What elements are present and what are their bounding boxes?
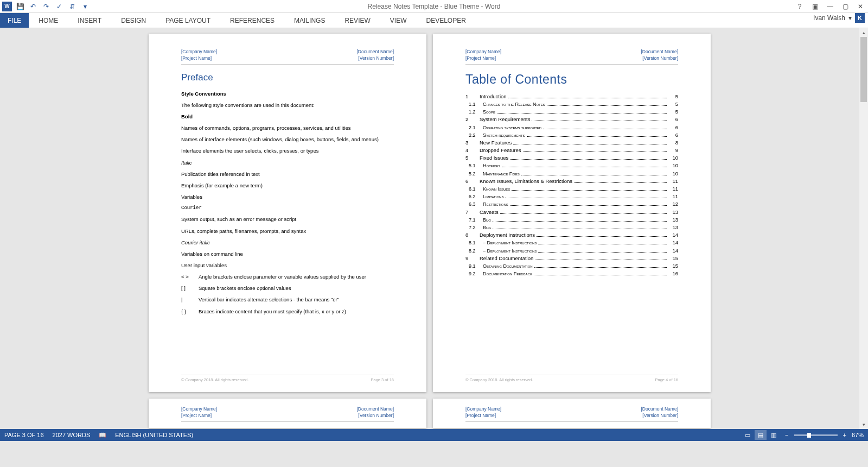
tab-page-layout[interactable]: PAGE LAYOUT [156,13,220,28]
toc-entry[interactable]: 7.2Bug 13 [465,224,678,230]
page-6-partial[interactable]: [Company Name][Project Name] [Document N… [433,399,711,428]
preface-body: Style Conventions The following style co… [181,90,394,319]
doc-header: [Company Name][Project Name] [Document N… [181,406,394,422]
doc-header: [Company Name][Project Name] [Document N… [181,49,394,65]
zoom-level[interactable]: 67% [852,432,864,438]
tab-design[interactable]: DESIGN [111,13,156,28]
document-workspace[interactable]: [Company Name][Project Name] [Document N… [0,28,859,429]
user-badge: K [855,13,865,23]
scroll-down-icon[interactable]: ▾ [859,420,868,429]
toc-entry[interactable]: 5Fixed Issues10 [465,155,678,161]
redo-icon[interactable]: ↷ [41,2,51,11]
page-3[interactable]: [Company Name][Project Name] [Document N… [149,34,426,392]
file-tab[interactable]: FILE [0,13,29,28]
toc-entry[interactable]: 9Related Documentation15 [465,255,678,261]
status-language[interactable]: ENGLISH (UNITED STATES) [115,432,193,438]
toc-entry[interactable]: 7.1Bug 13 [465,217,678,223]
toc-entry[interactable]: 5.1Hotfixes10 [465,162,678,168]
user-name: Ivan Walsh [813,14,845,22]
tab-references[interactable]: REFERENCES [220,13,284,28]
doc-footer: © Company 2018. All rights reserved.Page… [181,375,394,382]
user-menu-chevron-icon: ▾ [848,14,852,22]
tab-mailings[interactable]: MAILINGS [284,13,335,28]
tab-view[interactable]: VIEW [380,13,417,28]
touch-mode-icon[interactable]: ⇵ [67,2,77,11]
page-5-partial[interactable]: [Company Name][Project Name] [Document N… [149,399,426,428]
minimize-icon[interactable]: — [822,0,838,13]
status-bar: PAGE 3 OF 16 2027 WORDS 📖 ENGLISH (UNITE… [0,429,868,441]
toc-entry[interactable]: 9.2Documentation Feedback16 [465,270,678,276]
toc-entry[interactable]: 8.2 – Deployment Instructions14 [465,248,678,254]
spellcheck-icon[interactable]: ✓ [54,2,64,11]
view-buttons: ▭ ▤ ▥ [742,430,780,440]
toc-entry[interactable]: 3New Features8 [465,140,678,146]
tab-developer[interactable]: DEVELOPER [416,13,475,28]
close-icon[interactable]: ✕ [853,0,868,13]
toc-entry[interactable]: 6.2Limitations11 [465,193,678,199]
window-title: Release Notes Template - Blue Theme - Wo… [368,3,501,10]
zoom-out-icon[interactable]: − [785,432,788,438]
read-mode-icon[interactable]: ▭ [742,430,754,440]
maximize-icon[interactable]: ▢ [838,0,853,13]
toc-entry[interactable]: 6Known Issues, Limitations & Restriction… [465,178,678,184]
status-words[interactable]: 2027 WORDS [53,432,91,438]
proofing-icon[interactable]: 📖 [99,432,106,439]
preface-heading: Preface [181,72,394,83]
help-icon[interactable]: ? [792,0,807,13]
title-bar: W 💾 ↶ ↷ ✓ ⇵ ▾ Release Notes Template - B… [0,0,868,13]
zoom-in-icon[interactable]: + [843,432,846,438]
web-layout-icon[interactable]: ▥ [768,430,780,440]
toc-entry[interactable]: 7Caveats13 [465,209,678,215]
ribbon-display-icon[interactable]: ▣ [807,0,822,13]
toc-list: 1Introduction51.1Changes to the Release … [465,93,678,279]
scroll-thumb[interactable] [860,37,867,102]
toc-entry[interactable]: 4Dropped Features9 [465,147,678,153]
toc-entry[interactable]: 2.1Operating systems supported6 [465,124,678,130]
word-app-icon[interactable]: W [2,2,12,11]
save-icon[interactable]: 💾 [15,2,25,11]
toc-entry[interactable]: 8Deployment Instructions14 [465,232,678,238]
doc-footer: © Company 2018. All rights reserved.Page… [465,375,678,382]
zoom-slider[interactable] [794,434,838,436]
toc-entry[interactable]: 6.3Restrictions12 [465,201,678,207]
tab-insert[interactable]: INSERT [68,13,111,28]
page-4[interactable]: [Company Name][Project Name] [Document N… [433,34,711,392]
toc-entry[interactable]: 1.1Changes to the Release Notes5 [465,101,678,107]
tab-review[interactable]: REVIEW [335,13,380,28]
toc-entry[interactable]: 2System Requirements6 [465,116,678,122]
doc-header: [Company Name][Project Name] [Document N… [465,49,678,65]
toc-entry[interactable]: 2.2System requirements6 [465,132,678,138]
toc-entry[interactable]: 5.2Maintenance Fixes10 [465,171,678,176]
toc-entry[interactable]: 6.1Known Issues11 [465,186,678,192]
window-controls: ? ▣ — ▢ ✕ [792,0,868,13]
print-layout-icon[interactable]: ▤ [755,430,767,440]
user-account[interactable]: Ivan Walsh ▾ K [813,13,865,23]
status-page[interactable]: PAGE 3 OF 16 [4,432,44,438]
quick-access-toolbar: W 💾 ↶ ↷ ✓ ⇵ ▾ [0,2,90,11]
toc-entry[interactable]: 1.2Scope5 [465,109,678,115]
toc-entry[interactable]: 1Introduction5 [465,93,678,99]
scroll-up-icon[interactable]: ▴ [859,28,868,37]
vertical-scrollbar[interactable]: ▴ ▾ [859,28,868,429]
undo-icon[interactable]: ↶ [28,2,38,11]
tab-home[interactable]: HOME [29,13,68,28]
ribbon-tabs: FILE HOMEINSERTDESIGNPAGE LAYOUTREFERENC… [0,13,868,28]
toc-entry[interactable]: 9.1Obtaining Documentation15 [465,263,678,269]
qat-customize-icon[interactable]: ▾ [80,2,90,11]
toc-entry[interactable]: 8.1 – Deployment Instructions14 [465,239,678,245]
toc-heading: Table of Contents [465,72,678,87]
doc-header: [Company Name][Project Name] [Document N… [465,406,678,422]
